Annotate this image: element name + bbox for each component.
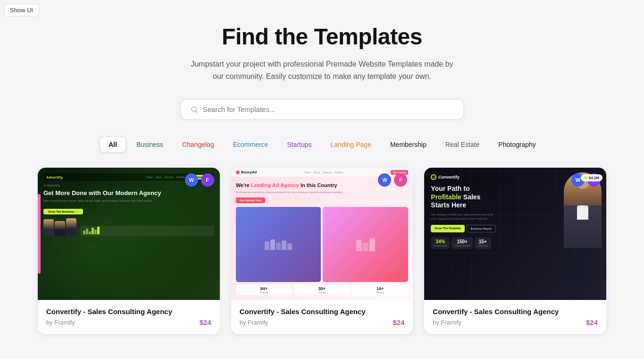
card1-logo: Advertify. [46, 175, 63, 180]
card1-badges: W F [185, 173, 214, 187]
badge-webflow: W [185, 173, 198, 187]
card3-hero: Your Path to Profitable Sales Starts Her… [431, 185, 497, 210]
page-container: Find the Templates Jumpstart your projec… [0, 0, 644, 353]
cards-grid: Advertify. Home About Services Portfolio… [38, 168, 606, 334]
search-icon [191, 106, 198, 113]
tab-real-estate[interactable]: Real Estate [437, 137, 488, 153]
badge-figma: F [394, 173, 407, 187]
template-card[interactable]: BuzzyAd Home About Services Portfolio Ge… [231, 168, 413, 334]
template-card[interactable]: ↺ Convertify Your Path to Profitable Sal… [424, 168, 606, 334]
card2-author: by Framify [240, 319, 268, 326]
tab-ecommerce[interactable]: Ecommerce [225, 137, 277, 153]
card-preview-image: Advertify. Home About Services Portfolio… [38, 168, 220, 300]
revenue-value: $4.2M [589, 176, 599, 180]
card1-title: Convertify - Sales Consulting Agency [46, 308, 211, 316]
show-ui-button[interactable]: Show UI [4, 4, 39, 17]
card3-meta: by Framify $24 [433, 318, 598, 326]
badge-webflow: W [378, 173, 391, 187]
tab-landing-page[interactable]: Landing Page [322, 137, 380, 153]
card2-badges: W F [378, 173, 407, 187]
tab-photography[interactable]: Photography [490, 137, 544, 153]
hero-subtitle: Jumpstart your project with professional… [185, 58, 459, 82]
svg-line-1 [195, 111, 197, 112]
tab-all[interactable]: All [100, 137, 126, 153]
card-preview-image: BuzzyAd Home About Services Portfolio Ge… [231, 168, 413, 300]
card3-title: Convertify - Sales Consulting Agency [433, 308, 598, 316]
page-title: Find the Templates [38, 24, 606, 50]
card3-author: by Framify [433, 319, 461, 326]
tab-startups[interactable]: Startups [278, 137, 320, 153]
card2-price: $24 [393, 318, 404, 326]
card1-hero: Get More Done with Our Modern Agency [43, 189, 214, 197]
search-container [38, 99, 606, 120]
tab-changelog[interactable]: Changelog [174, 137, 223, 153]
search-bar [181, 99, 464, 120]
card-preview-image: ↺ Convertify Your Path to Profitable Sal… [424, 168, 606, 300]
tab-membership[interactable]: Membership [382, 137, 435, 153]
card1-meta: by Framify $24 [46, 318, 211, 326]
badge-figma: F [201, 173, 214, 187]
card2-meta: by Framify $24 [240, 318, 405, 326]
card1-author: by Framify [46, 319, 75, 326]
card3-logo: Convertify [438, 175, 460, 180]
card1-price: $24 [200, 318, 211, 326]
search-input[interactable] [203, 105, 454, 113]
hero-section: Find the Templates Jumpstart your projec… [38, 24, 606, 82]
card3-info: Convertify - Sales Consulting Agency by … [424, 300, 606, 334]
card2-title: Convertify - Sales Consulting Agency [240, 308, 405, 316]
card3-price: $24 [586, 318, 598, 326]
template-card[interactable]: Advertify. Home About Services Portfolio… [38, 168, 220, 334]
revenue-badge: $4.2M [581, 174, 602, 181]
card1-info: Convertify - Sales Consulting Agency by … [38, 300, 220, 334]
card2-info: Convertify - Sales Consulting Agency by … [231, 300, 413, 334]
filter-tabs: All Business Changelog Ecommerce Startup… [38, 137, 606, 153]
tab-business[interactable]: Business [128, 137, 172, 153]
